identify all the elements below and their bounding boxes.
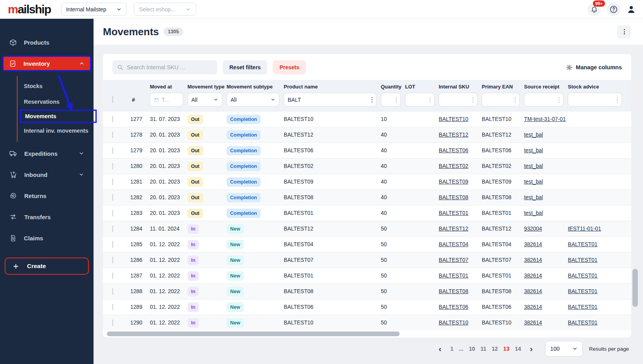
select-all-checkbox[interactable] <box>112 96 113 103</box>
stock-advice-filter[interactable] <box>568 93 622 106</box>
internal-sku-link[interactable]: BALTEST10 <box>439 320 468 326</box>
search-input[interactable] <box>127 64 205 70</box>
row-checkbox[interactable] <box>112 225 113 232</box>
stock-advice-link[interactable]: BALTEST01 <box>568 257 598 263</box>
page-actions-button[interactable] <box>617 25 631 38</box>
row-checkbox[interactable] <box>112 304 113 310</box>
sidebar-item-inventory annotation-box-inventory[interactable]: Inventory <box>2 56 91 71</box>
row-checkbox[interactable] <box>112 178 113 185</box>
row-checkbox[interactable] <box>112 272 113 279</box>
internal-sku-link[interactable]: BALTEST08 <box>439 195 468 200</box>
quantity-value: 40 <box>381 195 387 200</box>
sidebar-item-internal-inv-movements[interactable]: Internal inv. movements <box>24 123 94 139</box>
sidebar-item-products[interactable]: Products <box>4 34 90 50</box>
help-button[interactable] <box>607 3 620 16</box>
mailship-logo[interactable]: mailship <box>8 3 51 16</box>
internal-sku-link[interactable]: BALTEST07 <box>439 257 468 263</box>
source-receipt-link[interactable]: test_bal <box>524 163 543 169</box>
search-field[interactable] <box>112 60 217 74</box>
internal-sku-link[interactable]: BALTEST12 <box>439 132 468 138</box>
sidebar-item-movements annotation-box-movements[interactable]: Movements <box>20 110 97 123</box>
movement-type-badge: In <box>187 303 199 312</box>
source-receipt-link[interactable]: 382614 <box>524 320 542 326</box>
sidebar-item-claims[interactable]: Claims <box>4 230 90 246</box>
source-receipt-link[interactable]: test_bal <box>524 195 543 200</box>
source-receipt-link[interactable]: 382614 <box>524 241 542 247</box>
source-receipt-link[interactable]: test_bal <box>524 179 543 185</box>
stock-advice-link[interactable]: BALTEST01 <box>568 320 598 326</box>
manage-columns-button[interactable]: Manage columns <box>566 64 622 71</box>
internal-sku-link[interactable]: BALTEST01 <box>439 273 468 279</box>
row-checkbox[interactable] <box>112 319 113 326</box>
row-checkbox[interactable] <box>112 210 113 216</box>
source-receipt-link[interactable]: 382614 <box>524 304 542 310</box>
page-number-button[interactable]: 11 <box>478 346 489 352</box>
sidebar-item-inbound[interactable]: Inbound <box>4 167 90 182</box>
create-button-label: Create <box>27 263 46 270</box>
sidebar-item-reservations[interactable]: Reservations <box>24 94 94 110</box>
stock-advice-link[interactable]: BALTEST01 <box>568 273 598 279</box>
page-number-button[interactable]: 10 <box>466 346 478 352</box>
internal-sku-link[interactable]: BALTEST06 <box>439 148 468 153</box>
vertical-scrollbar-thumb[interactable] <box>632 269 638 307</box>
row-checkbox[interactable] <box>112 147 113 154</box>
page-number-button[interactable]: 12 <box>489 346 501 352</box>
row-checkbox[interactable] <box>112 116 113 123</box>
product-name-filter[interactable] <box>284 93 376 106</box>
source-receipt-link[interactable]: 932004 <box>524 226 542 232</box>
internal-sku-link[interactable]: BALTEST01 <box>439 210 468 216</box>
internal-sku-link[interactable]: BALTEST12 <box>439 226 468 232</box>
row-checkbox[interactable] <box>112 194 113 201</box>
presets-button[interactable]: Presets <box>273 60 306 74</box>
sidebar-item-transfers[interactable]: Transfers <box>4 209 90 225</box>
internal-sku-filter[interactable] <box>439 93 477 106</box>
create-button[interactable]: Create <box>5 258 89 275</box>
source-receipt-link[interactable]: 382614 <box>524 273 542 279</box>
eshop-select[interactable]: Select eshop... <box>134 3 196 16</box>
page-number-button[interactable]: 14 <box>512 346 524 352</box>
quantity-value: 50 <box>381 320 387 326</box>
sidebar-item-expeditions[interactable]: Expeditions <box>4 146 90 161</box>
internal-sku-link[interactable]: BALTEST06 <box>439 304 468 310</box>
previous-page-button chevron-left-icon[interactable]: ‹ <box>435 344 445 353</box>
source-receipt-link[interactable]: 382614 <box>524 257 542 263</box>
stock-advice-link[interactable]: BALTEST01 <box>568 241 598 247</box>
source-receipt-link[interactable]: 382614 <box>524 288 542 294</box>
quantity-filter[interactable] <box>381 93 401 106</box>
row-checkbox[interactable] <box>112 241 113 248</box>
internal-sku-link[interactable]: BALTEST08 <box>439 288 468 294</box>
row-checkbox[interactable] <box>112 257 113 263</box>
page-number-button[interactable]: 1 <box>448 346 456 352</box>
source-receipt-link[interactable]: test_bal <box>524 148 543 153</box>
product-name-filter-input[interactable] <box>288 97 369 103</box>
movement-subtype-filter[interactable]: All <box>227 93 279 106</box>
source-receipt-filter[interactable] <box>524 93 564 106</box>
stock-advice-link[interactable]: BALTEST01 <box>568 304 598 310</box>
results-per-page-select[interactable]: 100 <box>545 341 583 357</box>
sidebar-item-stocks[interactable]: Stocks <box>24 78 94 94</box>
stock-advice-link[interactable]: BALTEST01 <box>568 288 598 294</box>
internal-sku-link[interactable]: BALTEST04 <box>439 241 468 247</box>
workspace-select[interactable]: Internal Mailstep <box>61 3 127 16</box>
next-page-button chevron-right-icon[interactable]: › <box>526 344 537 353</box>
internal-sku-link[interactable]: BALTEST10 <box>439 116 468 122</box>
row-checkbox[interactable] <box>112 288 113 295</box>
moved-at-filter[interactable]: T... <box>150 93 183 106</box>
source-receipt-link[interactable]: test_bal <box>524 210 543 216</box>
internal-sku-link[interactable]: BALTEST09 <box>439 179 468 185</box>
page-number-button[interactable]: 13 <box>501 346 512 352</box>
internal-sku-link[interactable]: BALTEST02 <box>439 163 468 169</box>
stock-advice-link[interactable]: tEST11-01-01 <box>568 226 601 232</box>
notifications-button[interactable]: 99+ <box>587 3 601 16</box>
primary-ean-filter[interactable] <box>482 93 520 106</box>
row-checkbox[interactable] <box>112 163 113 169</box>
source-receipt-link[interactable]: test_bal <box>524 132 543 138</box>
horizontal-scrollbar-thumb[interactable] <box>107 332 400 336</box>
source-receipt-link[interactable]: TM-test-31-07-01 <box>524 116 566 122</box>
row-checkbox[interactable] <box>112 132 113 138</box>
movement-type-filter[interactable]: All <box>187 93 222 106</box>
sidebar-item-returns[interactable]: Returns <box>4 188 90 204</box>
reset-filters-button[interactable]: Reset filters <box>223 60 267 74</box>
user-avatar[interactable] <box>627 5 636 14</box>
lot-filter[interactable] <box>405 93 434 106</box>
